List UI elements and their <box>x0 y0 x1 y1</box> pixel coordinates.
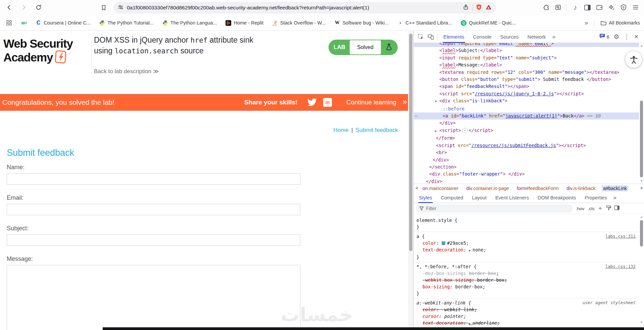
scroll-down-icon[interactable]: ▼ <box>639 179 644 183</box>
pseudo-toggle-hov[interactable]: :hov <box>576 206 585 211</box>
css-property[interactable]: cursor: pointer; <box>416 313 636 320</box>
continue-learning-link[interactable]: Continue learning <box>346 99 396 106</box>
dom-scrollbar-thumb[interactable] <box>640 101 643 177</box>
css-property[interactable]: text-decoration: ▶ none; <box>416 246 636 254</box>
breadcrumb-item[interactable]: on.maincontainer <box>421 185 460 191</box>
settings-gear-icon[interactable]: ⚙ <box>614 34 620 40</box>
tab-network[interactable]: Network <box>523 31 550 43</box>
bookmark-item[interactable]: QQuickRef.ME - Quic... <box>461 20 516 26</box>
tab-console[interactable]: Console <box>469 31 496 43</box>
bookmarks-overflow-icon[interactable]: » <box>585 20 588 26</box>
dom-tree-row[interactable]: <input required type="email" name="email… <box>414 43 639 47</box>
inspect-element-icon[interactable] <box>416 32 426 42</box>
bookmark-item[interactable]: The Python Tutorial... <box>99 20 154 26</box>
nav-home-link[interactable]: Home <box>334 127 349 133</box>
wallet-icon[interactable] <box>594 2 604 12</box>
stylesheet-source[interactable]: labs.css:311 <box>605 233 636 240</box>
css-selector[interactable]: element.style { <box>416 218 457 223</box>
leo-ai-sparkle-icon[interactable] <box>606 2 616 12</box>
styles-tab-event-listeners[interactable]: Event Listeners <box>491 192 533 203</box>
bookmark-item[interactable]: Stack Overflow - W... <box>272 20 326 26</box>
menu-icon[interactable] <box>631 2 641 12</box>
url-text[interactable]: 0a1f008003330ef780d8629f00c200ab.web-sec… <box>127 5 459 11</box>
bookmark-item[interactable]: ›C++ Standard Libra... <box>397 20 452 26</box>
vpn-shield-icon[interactable] <box>618 2 629 12</box>
dom-tree-row[interactable]: <br> <box>414 149 639 156</box>
styles-more-tabs-icon[interactable]: » <box>611 194 618 201</box>
breadcrumb-item[interactable]: a#backLink <box>602 185 628 191</box>
all-bookmarks-button[interactable]: All Bookmarks <box>600 20 640 26</box>
back-button[interactable] <box>4 2 14 12</box>
media-control-icon[interactable]: ♪ <box>570 2 580 12</box>
dom-tree-row[interactable]: </div> <box>414 120 639 127</box>
issues-icon[interactable] <box>599 34 605 40</box>
dom-tree-row[interactable]: <label>Message:</label> <box>414 61 639 68</box>
reload-button[interactable] <box>34 2 44 12</box>
styles-tab-layout[interactable]: Layout <box>467 192 491 203</box>
stylesheet-source[interactable]: user agent stylesheet <box>583 299 636 306</box>
device-toolbar-icon[interactable] <box>426 32 436 42</box>
email-input[interactable] <box>7 204 300 215</box>
css-selector[interactable]: a:-webkit-any-link { <box>416 300 471 305</box>
brave-rewards-icon[interactable] <box>485 4 492 12</box>
css-property[interactable]: text-decoration: ▶ underline; <box>416 320 636 327</box>
web-security-academy-logo[interactable]: Web Security Academy <box>3 37 73 64</box>
css-property[interactable]: box-sizing: border-box; <box>416 283 636 290</box>
sidebar-icon[interactable] <box>582 2 592 12</box>
css-property[interactable]: color: #29ace5; <box>416 240 636 246</box>
kebab-menu-icon[interactable]: ⋮ <box>624 34 630 40</box>
bookmark-item[interactable]: CCoursera | Online C... <box>36 20 91 26</box>
dom-tree-row[interactable]: </div> <box>414 156 639 163</box>
styles-scrollbar[interactable]: ▲ ▼ <box>639 214 644 325</box>
site-settings-icon[interactable] <box>117 4 124 12</box>
nav-submit-feedback-link[interactable]: Submit feedback <box>355 127 398 133</box>
tab-sources[interactable]: Sources <box>496 31 523 43</box>
styles-tab-dom-breakpoints[interactable]: DOM Breakpoints <box>533 192 580 203</box>
dom-tree-row[interactable]: <div class="footer-wrapper"> </div> <box>414 171 639 178</box>
forward-button[interactable] <box>19 2 29 12</box>
breadcrumb-right-icon[interactable]: ▶ <box>641 186 643 190</box>
dom-tree-row[interactable]: ::before <box>414 105 639 112</box>
scroll-up-icon[interactable]: ▲ <box>639 44 644 47</box>
more-tabs-icon[interactable]: » <box>550 34 557 40</box>
linkedin-icon[interactable]: in <box>323 98 332 107</box>
pseudo-toggle-cls[interactable]: .cls <box>588 206 595 211</box>
message-input[interactable] <box>7 265 300 330</box>
extensions-puzzle-icon[interactable] <box>541 2 551 12</box>
dom-tree-row[interactable]: <script src="/resources/js/submitFeedbac… <box>414 142 639 149</box>
collapse-arrow-icon[interactable]: ▼ <box>435 98 439 105</box>
styles-scroll-up-icon[interactable]: ▲ <box>639 215 644 219</box>
css-selector[interactable]: *, *:before, *:after { <box>416 264 477 269</box>
more-actions-icon[interactable]: ⋯ <box>415 112 417 120</box>
dom-tree-row[interactable]: </form> <box>414 135 639 142</box>
new-style-rule-icon[interactable]: + <box>598 205 602 212</box>
bookmark-item[interactable]: The Python Langua... <box>162 20 217 26</box>
dom-tree-row[interactable]: ▼<div class="is-linkback"> <box>414 97 639 105</box>
dom-tree-row[interactable]: <script src="/resources/js/jquery_1-8-2.… <box>414 90 639 97</box>
breadcrumb-item[interactable]: form#feedbackForm <box>515 185 560 191</box>
dom-tree-row[interactable]: </div> <box>414 178 639 184</box>
issues-count[interactable]: 6 <box>607 34 609 40</box>
dom-tree-row[interactable]: ⋯<a id="backLink" href="javascript:alert… <box>414 112 639 120</box>
dom-tree-row[interactable]: <input required type="text" name="subjec… <box>414 54 639 61</box>
brave-shield-icon[interactable] <box>476 4 482 12</box>
dom-tree-row[interactable]: <span id="feedbackResult"></span> <box>414 83 639 90</box>
css-property[interactable]: -webkit-box-sizing: border-box; <box>416 277 636 283</box>
dom-tree-row[interactable]: <label>Subject:</label> <box>414 47 639 54</box>
name-input[interactable] <box>7 173 300 185</box>
bookmark-item[interactable]: w3 <box>21 20 27 26</box>
bookmark-item[interactable]: Home - Replit <box>226 20 263 26</box>
tab-elements[interactable]: Elements <box>439 31 469 43</box>
page-scrollbar[interactable] <box>408 31 413 330</box>
dock-side-icon[interactable] <box>614 205 620 211</box>
page-scrollbar-thumb[interactable] <box>409 34 412 251</box>
breadcrumb-item[interactable]: div.is-linkback <box>565 185 597 191</box>
styles-scroll-down-icon[interactable]: ▼ <box>639 321 644 324</box>
subject-input[interactable] <box>7 234 300 246</box>
styles-tab-styles[interactable]: Styles <box>414 192 437 203</box>
css-selector[interactable]: a { <box>416 234 425 239</box>
styles-tab-computed[interactable]: Computed <box>437 192 468 203</box>
search-page-icon[interactable] <box>553 2 563 12</box>
twitter-icon[interactable] <box>307 98 317 107</box>
dom-tree-scrollbar[interactable]: ▲ ▼ <box>639 43 644 184</box>
